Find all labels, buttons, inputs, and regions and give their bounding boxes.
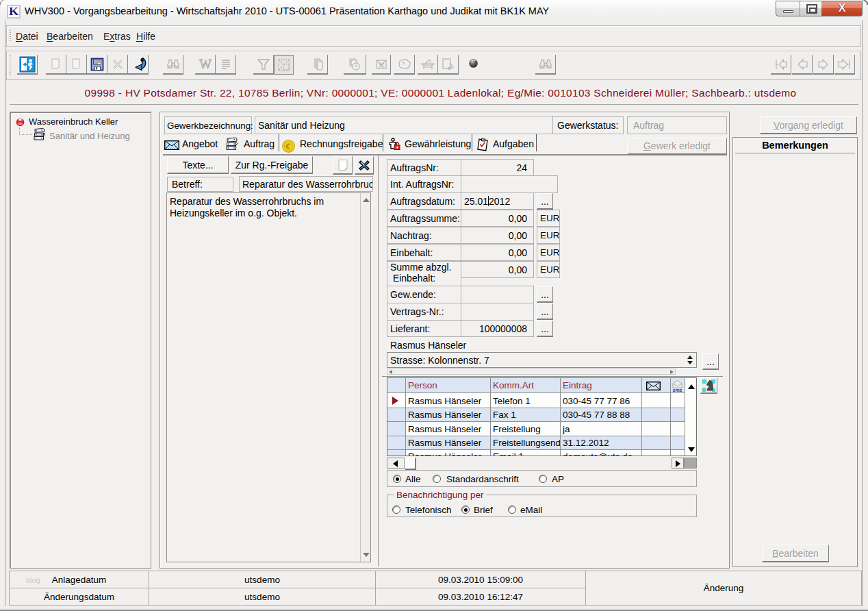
svg-text:W: W	[199, 57, 212, 71]
svg-text:sms: sms	[673, 388, 682, 392]
